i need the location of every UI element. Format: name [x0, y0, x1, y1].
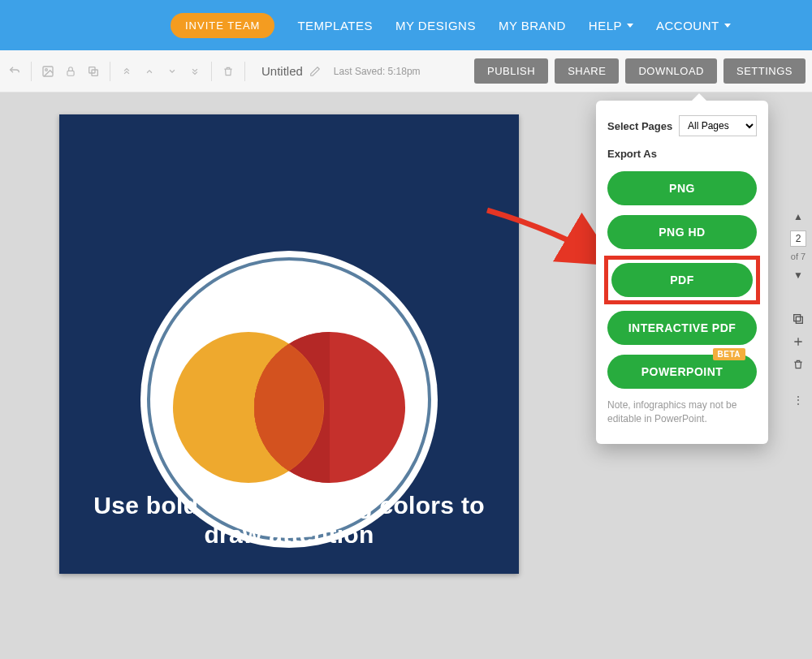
toolbar-left: Untitled Last Saved: 5:18pm: [6, 62, 421, 81]
design-canvas[interactable]: Use bold or contrasting colors to draw a…: [59, 114, 519, 574]
chevron-down-icon: [627, 24, 633, 28]
publish-button[interactable]: PUBLISH: [474, 58, 548, 84]
delete-page-icon[interactable]: [789, 355, 807, 373]
settings-button[interactable]: SETTINGS: [723, 58, 806, 84]
page-down-icon[interactable]: ▼: [789, 266, 807, 284]
double-down-icon[interactable]: [187, 63, 203, 80]
trash-icon[interactable]: [220, 63, 236, 80]
double-up-icon[interactable]: [119, 63, 135, 80]
chevron-down-icon: [724, 24, 731, 28]
nav-help[interactable]: HELP: [589, 19, 633, 32]
pdf-highlight: PDF: [604, 256, 760, 304]
export-powerpoint-button[interactable]: BETA POWERPOINT: [607, 355, 757, 389]
image-icon[interactable]: [40, 63, 56, 80]
svg-rect-2: [67, 71, 74, 75]
nav-help-label: HELP: [589, 19, 622, 32]
invite-team-button[interactable]: INVITE TEAM: [171, 13, 274, 38]
down-icon[interactable]: [164, 63, 180, 80]
svg-point-1: [45, 68, 48, 71]
download-panel: Select Pages All Pages Export As PNG PNG…: [596, 101, 768, 444]
undo-icon[interactable]: [6, 63, 23, 80]
export-pdf-button[interactable]: PDF: [611, 263, 753, 297]
doc-title-text: Untitled: [261, 64, 303, 78]
page-number[interactable]: 2: [790, 230, 806, 247]
powerpoint-label: POWERPOINT: [641, 365, 723, 378]
page-total: of 7: [791, 252, 806, 261]
nav-my-brand[interactable]: MY BRAND: [499, 19, 566, 32]
export-note: Note, infographics may not be editable i…: [607, 398, 757, 426]
export-png-hd-button[interactable]: PNG HD: [607, 215, 757, 249]
venn-diagram: [173, 332, 405, 483]
share-button[interactable]: SHARE: [555, 58, 619, 84]
edit-icon: [309, 66, 321, 77]
lock-icon[interactable]: [63, 63, 79, 80]
beta-badge: BETA: [713, 348, 745, 360]
export-interactive-pdf-button[interactable]: INTERACTIVE PDF: [607, 311, 757, 345]
add-page-icon[interactable]: [789, 333, 807, 351]
pages-select[interactable]: All Pages: [679, 115, 757, 136]
nav-account-label: ACCOUNT: [656, 19, 719, 32]
document-title[interactable]: Untitled: [261, 64, 321, 78]
toolbar: Untitled Last Saved: 5:18pm PUBLISH SHAR…: [0, 50, 812, 93]
page-up-icon[interactable]: ▲: [789, 208, 807, 226]
up-icon[interactable]: [141, 63, 158, 80]
svg-rect-6: [794, 315, 801, 321]
nav-templates[interactable]: TEMPLATES: [297, 19, 373, 32]
select-pages-label: Select Pages: [607, 120, 672, 132]
workspace: Use bold or contrasting colors to draw a…: [0, 93, 812, 659]
export-as-label: Export As: [607, 148, 757, 160]
last-saved-text: Last Saved: 5:18pm: [334, 66, 421, 77]
nav-my-designs[interactable]: MY DESIGNS: [395, 19, 476, 32]
page-tools: ▲ 2 of 7 ▼ ⋮: [784, 208, 812, 409]
more-icon[interactable]: ⋮: [789, 391, 807, 409]
canvas-headline: Use bold or contrasting colors to draw a…: [59, 491, 519, 549]
toolbar-actions: PUBLISH SHARE DOWNLOAD SETTINGS: [474, 58, 806, 84]
nav-account[interactable]: ACCOUNT: [656, 19, 731, 32]
download-button[interactable]: DOWNLOAD: [625, 58, 717, 84]
duplicate-page-icon[interactable]: [789, 310, 807, 328]
top-nav: INVITE TEAM TEMPLATES MY DESIGNS MY BRAN…: [0, 0, 812, 50]
svg-rect-5: [796, 317, 802, 323]
export-png-button[interactable]: PNG: [607, 171, 757, 205]
copy-icon[interactable]: [85, 63, 102, 80]
